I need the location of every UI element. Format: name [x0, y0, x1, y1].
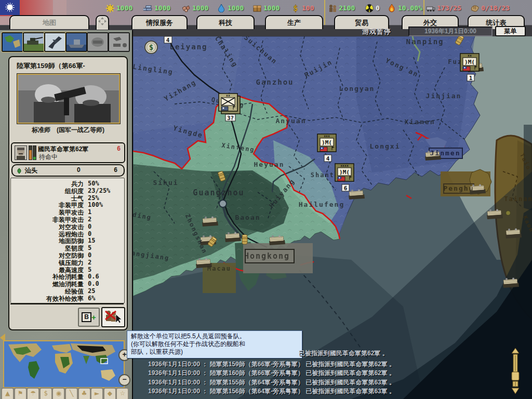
divider	[324, 0, 325, 25]
flag-sun-icon	[5, 3, 15, 12]
resource-manpower: 2100	[328, 3, 355, 14]
europe-map-button[interactable]	[2, 32, 23, 52]
svg-text:1: 1	[469, 75, 473, 82]
land-units-button[interactable]	[23, 32, 45, 52]
tab-label: 外交	[423, 19, 437, 26]
convoys-value: 0/18/23	[481, 4, 510, 12]
stat-row: 远程炮击0	[11, 230, 124, 237]
stat-value: 23/25%	[88, 187, 110, 194]
organisation-bar	[33, 145, 36, 160]
province-label: Ganzhou	[256, 78, 294, 86]
stat-row: 对空攻击0	[11, 223, 124, 230]
strength-bar	[29, 145, 32, 160]
stat-value: 2	[88, 259, 91, 266]
stat-value: 25%	[88, 194, 99, 202]
stat-row: 非装甲度100%	[11, 201, 124, 208]
svg-text:3?: 3?	[227, 115, 234, 122]
movement-mode-button[interactable]: ►	[90, 388, 103, 399]
province-box[interactable]: 汕头 0 6	[11, 164, 125, 177]
trade-money-marker[interactable]: $	[145, 41, 157, 54]
air-units-button[interactable]	[44, 32, 66, 52]
attach-brigade-button[interactable]: B+	[78, 308, 100, 327]
resource-nuclear: 0	[365, 3, 380, 14]
manpower-value: 2100	[339, 4, 355, 12]
province-label: Heyuan	[254, 161, 285, 168]
game-window: 10001000100010001000$1002100010.00%173/2…	[0, 0, 532, 399]
resource-energy: 1000	[105, 3, 132, 14]
tooltip-line: (你可以解散任何不处于作战状态的舰船和	[131, 340, 298, 348]
weather-mode-button[interactable]: ☂	[26, 388, 39, 399]
divider	[10, 303, 124, 304]
resource-rare-materials: 1000	[181, 3, 208, 14]
tab-intelligence[interactable]: 情报服务	[131, 15, 188, 29]
energy-value: 1000	[116, 4, 132, 12]
stat-row: 地面防御15	[11, 237, 124, 244]
svg-text:xx: xx	[226, 94, 230, 98]
stat-row: 对空防御0	[11, 251, 124, 259]
province-label: Baoan	[235, 214, 260, 221]
supply-mode-button[interactable]: ◆	[103, 388, 116, 399]
transports-icon	[426, 4, 435, 12]
svg-text:xxx: xxx	[324, 134, 330, 138]
diplomatic-mode-button[interactable]: ☆	[116, 388, 129, 399]
tab-label: 科技	[219, 19, 232, 26]
stat-value: 100%	[88, 201, 103, 208]
pause-status: 游戏暂停	[362, 27, 391, 36]
province-label: Tainan	[504, 195, 532, 203]
svg-text:xxxx: xxxx	[340, 164, 349, 168]
metal-value: 1000	[154, 4, 170, 12]
svg-text:$: $	[149, 43, 153, 51]
svg-text:4: 4	[326, 155, 330, 162]
transport-units-button[interactable]	[87, 32, 109, 52]
stat-value: 1	[88, 208, 91, 216]
sidebar: 陸軍第159師（第66軍- 标准师 (国军一战乙等师)	[0, 30, 133, 399]
minimap-zoom-out-button[interactable]: −	[118, 374, 130, 386]
svg-text:)M(: )M(	[322, 139, 332, 146]
economic-mode-button[interactable]: $	[39, 388, 52, 399]
stat-row: 有效补给效率6%	[11, 295, 124, 302]
terrain-mode-button[interactable]: ▲	[1, 388, 14, 399]
tab-production[interactable]: 生产	[265, 15, 323, 29]
stat-value: 25	[88, 287, 95, 295]
resource-mode-button[interactable]: ◉	[52, 388, 65, 399]
supplies-value: 1000	[263, 4, 280, 12]
disband-unit-button[interactable]	[101, 307, 125, 327]
province-label: Hongkong	[244, 251, 290, 261]
political-mode-button[interactable]: ⚑	[14, 388, 27, 399]
province-label: Longyan	[339, 85, 375, 92]
supplies-icon	[252, 4, 262, 12]
pan-arrows-icon	[98, 17, 107, 25]
resource-convoys: 0/18/23	[470, 3, 510, 14]
message-log: 已被指派到國民革命軍第62軍 。1936年1月1日0:00 ： 陸軍第159師（…	[133, 348, 532, 399]
manpower-icon	[328, 4, 337, 12]
strategic-overview-button[interactable]	[108, 32, 130, 52]
menu-button[interactable]: 菜单	[495, 26, 526, 36]
tab-label: 地图	[43, 19, 56, 26]
infrastructure-mode-button[interactable]: ╲	[65, 388, 78, 399]
energy-icon	[105, 4, 115, 12]
army-assignment-box[interactable]: 國民革命軍第62軍 6 待命中	[11, 142, 125, 163]
stat-row: 装甲攻击1	[11, 208, 124, 216]
tab-label: 生产	[287, 19, 301, 26]
province-label: Hailufeng	[299, 201, 344, 208]
tab-pan[interactable]	[96, 15, 109, 30]
naval-units-button[interactable]	[65, 32, 87, 52]
brigade-icon: B	[82, 312, 91, 322]
resource-money: $100	[291, 3, 314, 14]
tab-map[interactable]: 地图	[9, 15, 89, 29]
army-status: 待命中	[39, 153, 58, 162]
army-division-count: 6	[117, 145, 121, 152]
stat-row: 镇压能力2	[11, 259, 124, 266]
stat-value: 0	[88, 230, 91, 237]
province-label: Jinmen	[430, 149, 461, 157]
log-line: 1936年1月1日0:00 ： 陸軍第156師（第64軍-旁系粤軍） 已被指派到…	[148, 387, 395, 396]
guangzhou-city	[219, 200, 227, 207]
minimap[interactable]	[3, 340, 125, 388]
tab-technology[interactable]: 科技	[196, 15, 255, 29]
stat-value: 50%	[88, 180, 99, 187]
unit-type-caption: 标准师 (国军一战乙等师)	[9, 126, 127, 135]
units-mode-button[interactable]: ♣	[78, 388, 91, 399]
stat-value: 5	[88, 266, 91, 273]
metal-icon	[143, 4, 153, 12]
stat-value: 15	[88, 237, 95, 244]
